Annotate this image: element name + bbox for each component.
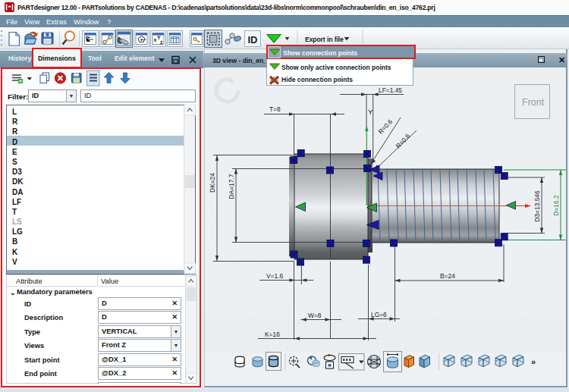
svg-text:»: » [531, 357, 536, 366]
